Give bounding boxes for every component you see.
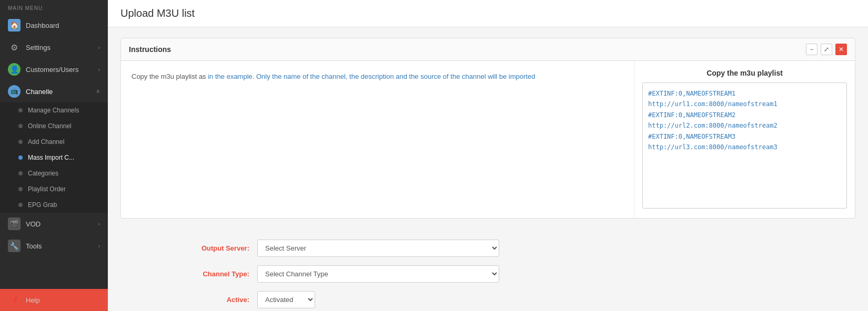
sidebar-label-help: Help: [26, 296, 40, 304]
instructions-text: Copy the m3u playlist as in the example.…: [132, 71, 613, 82]
sidebar-item-help[interactable]: ❓ Help: [0, 289, 108, 311]
channel-type-select[interactable]: Select Channel Type: [257, 265, 499, 283]
instructions-card: Instructions − ⤢ ✕ Copy the m3u playlist…: [120, 38, 855, 219]
sidebar-label-manage-channels: Manage Channels: [28, 107, 79, 114]
sidebar-item-add-channel[interactable]: Add Channel: [0, 134, 108, 150]
sidebar-main-menu-label: MAIN MENU: [0, 0, 108, 14]
page-header: Upload M3U list: [108, 0, 868, 27]
settings-chevron-icon: ›: [98, 45, 100, 50]
sidebar-item-mass-import[interactable]: Mass Import C...: [0, 150, 108, 165]
sidebar-item-epg-grab[interactable]: EPG Grab: [0, 197, 108, 213]
playlist-textarea[interactable]: [642, 82, 847, 209]
sidebar-item-categories[interactable]: Categories: [0, 165, 108, 181]
sidebar-item-customers[interactable]: 👤 Customers/Users ›: [0, 58, 108, 80]
tools-chevron-icon: ›: [98, 243, 100, 249]
categories-dot: [18, 171, 23, 175]
add-channel-dot: [18, 140, 23, 144]
form-section: Output Server: Select Server Channel Typ…: [120, 229, 855, 311]
output-server-select[interactable]: Select Server: [257, 240, 499, 257]
help-icon: ❓: [8, 294, 21, 306]
active-select[interactable]: ActivatedDeactivated: [257, 291, 315, 308]
instructions-column: Copy the m3u playlist as in the example.…: [121, 61, 623, 218]
customers-chevron-icon: ›: [98, 67, 100, 72]
channel-type-label: Channel Type:: [173, 270, 257, 278]
chanelle-chevron-icon: ∨: [96, 89, 100, 95]
active-label: Active:: [173, 296, 257, 304]
tools-icon: 🔧: [8, 240, 21, 252]
sidebar-item-dashboard[interactable]: 🏠 Dashboard: [0, 14, 108, 36]
sidebar-label-vod: VOD: [26, 220, 41, 228]
sidebar-label-categories: Categories: [28, 170, 58, 177]
sidebar-item-vod[interactable]: 🎬 VOD ›: [0, 213, 108, 235]
manage-channels-dot: [18, 108, 23, 112]
card-controls: − ⤢ ✕: [806, 44, 847, 55]
card-title: Instructions: [129, 45, 171, 54]
sidebar-item-settings[interactable]: ⚙ Settings ›: [0, 36, 108, 58]
output-server-row: Output Server: Select Server: [173, 240, 840, 257]
sidebar-item-manage-channels[interactable]: Manage Channels: [0, 102, 108, 118]
content-area: Instructions − ⤢ ✕ Copy the m3u playlist…: [108, 27, 868, 311]
card-header: Instructions − ⤢ ✕: [121, 38, 855, 61]
sidebar-label-epg-grab: EPG Grab: [28, 201, 57, 209]
expand-button[interactable]: ⤢: [821, 44, 832, 55]
playlist-column: Copy the m3u playlist: [634, 61, 855, 218]
main-content: Upload M3U list Instructions − ⤢ ✕ Copy …: [108, 0, 868, 311]
instructions-text-part1: Copy the m3u playlist as: [132, 72, 208, 80]
mass-import-dot: [18, 156, 23, 160]
channel-type-row: Channel Type: Select Channel Type: [173, 265, 840, 283]
sidebar-label-customers: Customers/Users: [26, 66, 78, 74]
card-body: Copy the m3u playlist as in the example.…: [121, 61, 855, 218]
minimize-button[interactable]: −: [806, 44, 817, 55]
active-row: Active: ActivatedDeactivated: [173, 291, 840, 308]
page-title: Upload M3U list: [120, 7, 855, 19]
sidebar-label-chanelle: Chanelle: [26, 88, 53, 96]
output-server-label: Output Server:: [173, 244, 257, 252]
playlist-section-title: Copy the m3u playlist: [642, 69, 847, 77]
sidebar-label-playlist-order: Playlist Order: [28, 185, 66, 193]
sidebar-label-tools: Tools: [26, 242, 42, 250]
chanelle-icon: 📺: [8, 85, 21, 98]
epg-grab-dot: [18, 203, 23, 207]
dashboard-icon: 🏠: [8, 19, 21, 32]
customers-icon: 👤: [8, 63, 21, 76]
sidebar-item-tools[interactable]: 🔧 Tools ›: [0, 235, 108, 257]
sidebar-label-dashboard: Dashboard: [26, 22, 59, 29]
sidebar-label-settings: Settings: [26, 44, 51, 51]
online-channel-dot: [18, 124, 23, 128]
vod-chevron-icon: ›: [98, 221, 100, 227]
sidebar: MAIN MENU 🏠 Dashboard ⚙ Settings › 👤 Cus…: [0, 0, 108, 311]
sidebar-item-playlist-order[interactable]: Playlist Order: [0, 181, 108, 197]
sidebar-label-online-channel: Online Channel: [28, 122, 72, 130]
vod-icon: 🎬: [8, 217, 21, 230]
sidebar-label-add-channel: Add Channel: [28, 138, 64, 146]
settings-icon: ⚙: [8, 41, 21, 54]
sidebar-item-chanelle[interactable]: 📺 Chanelle ∨: [0, 80, 108, 102]
playlist-order-dot: [18, 187, 23, 191]
chanelle-submenu: Manage Channels Online Channel Add Chann…: [0, 102, 108, 213]
sidebar-item-online-channel[interactable]: Online Channel: [0, 118, 108, 134]
close-button[interactable]: ✕: [835, 44, 847, 55]
sidebar-label-mass-import: Mass Import C...: [28, 154, 74, 161]
instructions-text-highlight: in the example. Only the name of the cha…: [208, 72, 535, 80]
